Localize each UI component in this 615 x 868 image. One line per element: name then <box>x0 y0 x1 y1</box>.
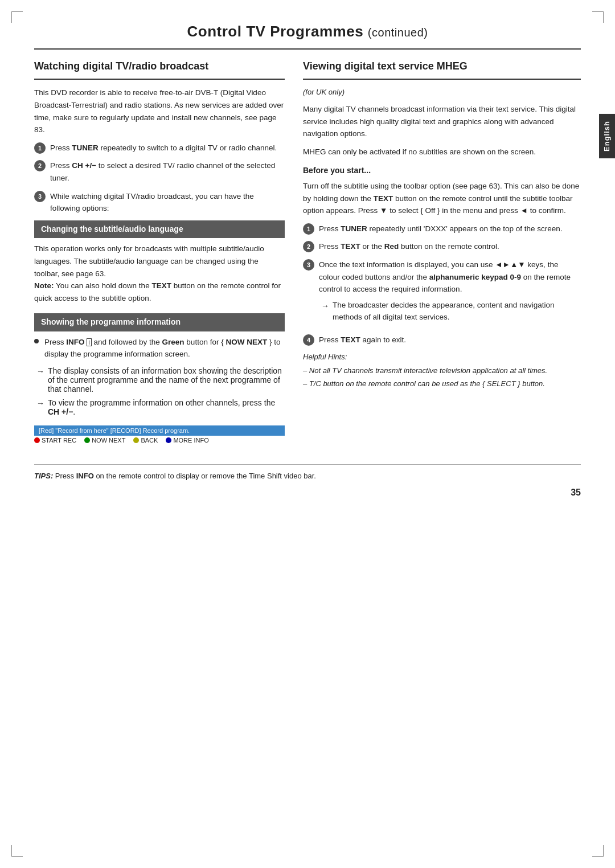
ctrl-now-next: NOW NEXT <box>84 437 125 444</box>
dot-yellow <box>133 437 139 443</box>
step-1-circle: 1 <box>34 142 46 154</box>
right-step-3-arrow: → The broadcaster decides the appearance… <box>319 299 581 324</box>
left-section-heading: Watching digital TV/radio broadcast <box>34 60 285 73</box>
ctrl-back-label: BACK <box>141 437 158 444</box>
subtitle-heading-text: Changing the subtitle/audio language <box>41 224 183 234</box>
dot-red <box>34 437 40 443</box>
right-section-heading: Viewing digital text service MHEG <box>303 60 581 73</box>
right-step-2-content: Press TEXT or the Red button on the remo… <box>319 240 499 253</box>
right-step-3-arrow-text: The broadcaster decides the appearance, … <box>333 299 581 324</box>
right-step-4-circle: 4 <box>303 334 314 346</box>
subtitle-subsection: Changing the subtitle/audio language Thi… <box>34 220 285 305</box>
corner-tl <box>11 11 23 23</box>
programme-heading-box: Showing the programme information <box>34 313 285 331</box>
before-start-heading: Before you start... <box>303 164 581 177</box>
ctrl-start-rec-label: START REC <box>42 437 76 444</box>
right-step-3-circle: 3 <box>303 259 314 271</box>
page-container: English Control TV Programmes (continued… <box>0 0 615 868</box>
ctrl-start-rec: START REC <box>34 437 76 444</box>
control-bar: START REC NOW NEXT BACK MORE INFO <box>34 437 285 444</box>
left-step-2: 2 Press CH +/− to select a desired TV/ r… <box>34 159 285 184</box>
helpful-hints-item-2: – T/C button on the remote control can b… <box>303 378 581 390</box>
left-column: Watching digital TV/radio broadcast This… <box>34 60 285 447</box>
programme-arrow-1-text: The display consists of an information b… <box>48 366 285 394</box>
right-section-rule <box>303 79 581 80</box>
subtitle-body: This operation works only for broadcasts… <box>34 243 285 304</box>
step-1-content: Press TUNER repeatedly to switch to a di… <box>50 142 277 154</box>
right-step-1-circle: 1 <box>303 223 314 235</box>
title-rule <box>34 48 581 50</box>
corner-br <box>592 845 604 857</box>
programme-arrow-2: → To view the programme information on o… <box>34 398 285 416</box>
left-section-rule <box>34 79 285 80</box>
mheg-note: MHEG can only be activated if no subtitl… <box>303 146 581 158</box>
page-title-text: Control TV Programmes <box>187 23 364 40</box>
programme-bullet: Press INFO i and followed by the Green b… <box>34 336 285 361</box>
programme-subsection: Showing the programme information Press … <box>34 313 285 416</box>
two-columns: Watching digital TV/radio broadcast This… <box>34 60 581 447</box>
info-bar: [Red] "Record from here" [RECORD] Record… <box>34 425 285 436</box>
programme-heading-text: Showing the programme information <box>41 317 181 326</box>
programme-bullet-text: Press INFO i and followed by the Green b… <box>44 336 285 361</box>
dot-green <box>84 437 90 443</box>
ctrl-more-info: MORE INFO <box>166 437 208 444</box>
right-step-2-circle: 2 <box>303 241 314 252</box>
subtitle-heading-box: Changing the subtitle/audio language <box>34 220 285 239</box>
step-2-content: Press CH +/− to select a desired TV/ rad… <box>50 159 285 184</box>
tips-bar: TIPS: Press INFO on the remote control t… <box>34 464 581 482</box>
tips-label: TIPS: <box>34 472 53 480</box>
right-step-1-content: Press TUNER repeatedly until 'DXXX' appe… <box>319 223 563 235</box>
programme-arrow-1: → The display consists of an information… <box>34 366 285 394</box>
page-title: Control TV Programmes (continued) <box>34 23 581 40</box>
right-intro: Many digital TV channels broadcast infor… <box>303 103 581 140</box>
before-start-text: Turn off the subtitle using the toolbar … <box>303 180 581 217</box>
right-step-3-content: Once the text information is displayed, … <box>319 259 581 328</box>
ctrl-back: BACK <box>133 437 158 444</box>
arrow-sym-1: → <box>36 367 44 376</box>
right-step-4: 4 Press TEXT again to exit. <box>303 334 581 346</box>
ctrl-more-info-label: MORE INFO <box>173 437 208 444</box>
page-title-suffix: (continued) <box>368 26 428 39</box>
helpful-hints-item-1: – Not all TV channels transmit interacti… <box>303 365 581 376</box>
right-column: Viewing digital text service MHEG (for U… <box>303 60 581 392</box>
helpful-hints: Helpful Hints: – Not all TV channels tra… <box>303 351 581 390</box>
ctrl-now-next-label: NOW NEXT <box>92 437 125 444</box>
right-step-3: 3 Once the text information is displayed… <box>303 259 581 328</box>
step-3-content: While watching digital TV/radio broadcas… <box>50 190 285 215</box>
tips-text: Press INFO on the remote control to disp… <box>55 472 316 480</box>
programme-arrow-2-text: To view the programme information on oth… <box>48 398 285 416</box>
right-step-1: 1 Press TUNER repeatedly until 'DXXX' ap… <box>303 223 581 235</box>
corner-tr <box>592 11 604 23</box>
page-number: 35 <box>34 488 581 498</box>
right-step-2: 2 Press TEXT or the Red button on the re… <box>303 240 581 253</box>
language-tab: English <box>599 114 615 158</box>
left-step-1: 1 Press TUNER repeatedly to switch to a … <box>34 142 285 154</box>
right-step-4-content: Press TEXT again to exit. <box>319 334 406 346</box>
step-3-circle: 3 <box>34 191 46 202</box>
helpful-hints-label: Helpful Hints: <box>303 351 581 363</box>
bullet-dot <box>34 339 39 343</box>
left-intro: This DVD recorder is able to receive fre… <box>34 87 285 136</box>
corner-bl <box>11 845 23 857</box>
arrow-sym-right-3: → <box>321 300 329 312</box>
step-2-circle: 2 <box>34 160 46 171</box>
dot-blue <box>166 437 171 443</box>
uk-only-text: (for UK only) <box>303 87 581 99</box>
info-bar-text: [Red] "Record from here" [RECORD] Record… <box>39 427 190 434</box>
arrow-sym-2: → <box>36 399 44 408</box>
left-step-3: 3 While watching digital TV/radio broadc… <box>34 190 285 215</box>
